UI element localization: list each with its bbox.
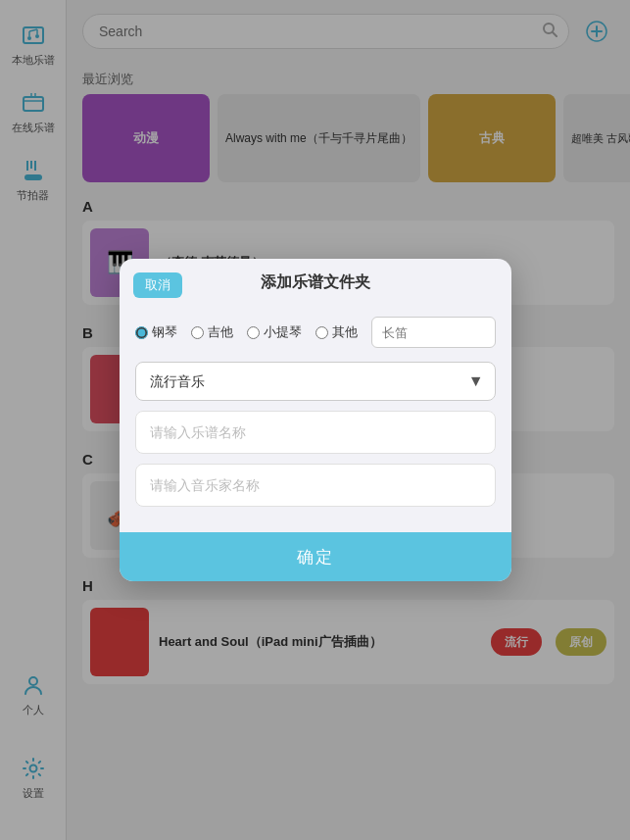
modal-title: 添加乐谱文件夹 [261, 272, 370, 307]
radio-other[interactable]: 其他 [315, 323, 358, 341]
radio-violin[interactable]: 小提琴 [247, 323, 302, 341]
modal-body: 钢琴 吉他 小提琴 其他 流行音乐 [120, 307, 511, 517]
instrument-radio-group: 钢琴 吉他 小提琴 其他 [135, 317, 496, 348]
genre-dropdown-wrap: 流行音乐 古典 爵士 民谣 其他 ▼ [135, 362, 496, 401]
modal-overlay: 取消 添加乐谱文件夹 钢琴 吉他 小提琴 其他 [0, 0, 630, 840]
radio-guitar[interactable]: 吉他 [191, 323, 233, 341]
radio-violin-input[interactable] [247, 326, 260, 339]
confirm-button[interactable]: 确定 [120, 532, 511, 581]
radio-piano-input[interactable] [135, 326, 148, 339]
other-instrument-input[interactable] [371, 317, 496, 348]
score-name-input[interactable] [135, 411, 496, 454]
radio-other-input[interactable] [315, 326, 328, 339]
modal-header: 取消 添加乐谱文件夹 [120, 259, 511, 307]
radio-guitar-input[interactable] [191, 326, 204, 339]
add-folder-modal: 取消 添加乐谱文件夹 钢琴 吉他 小提琴 其他 [120, 259, 511, 581]
genre-dropdown[interactable]: 流行音乐 古典 爵士 民谣 其他 [135, 362, 496, 401]
artist-name-input[interactable] [135, 464, 496, 507]
modal-footer: 确定 [120, 532, 511, 581]
modal-cancel-button[interactable]: 取消 [133, 272, 182, 298]
radio-piano[interactable]: 钢琴 [135, 323, 177, 341]
